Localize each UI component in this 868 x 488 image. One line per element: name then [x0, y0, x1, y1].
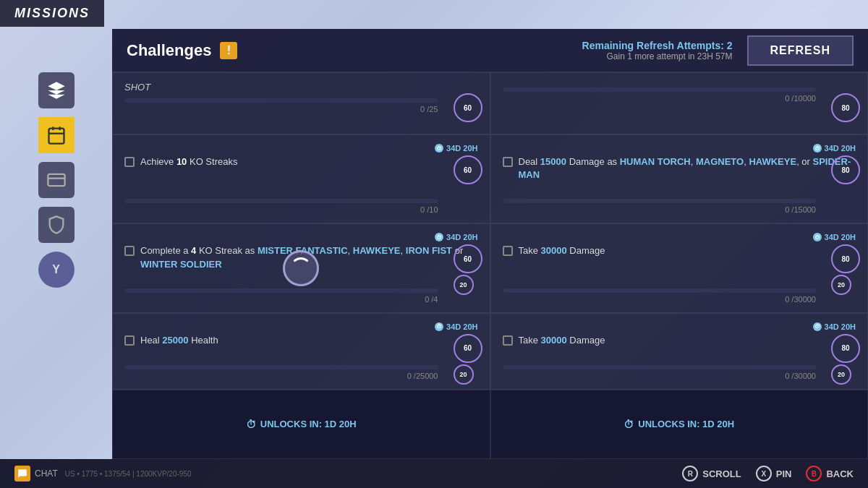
- challenge-cell-deal-damage: ⏱ 34D 20H Deal 15000 Damage as HUMAN TOR…: [490, 134, 869, 223]
- progress-section: 0 /10: [124, 199, 478, 214]
- reward-icon-secondary: 20: [831, 275, 851, 295]
- reward-icons: 60 20: [454, 244, 482, 295]
- challenge-text: Heal 25000 Health: [140, 334, 478, 347]
- hero-highlight: HAWKEYE: [749, 156, 796, 167]
- reward-value-secondary: 20: [459, 371, 467, 378]
- reward-icon-primary: 80: [831, 244, 860, 273]
- challenge-row: Take 30000 Damage: [503, 244, 856, 282]
- progress-bar-bg: [124, 365, 438, 369]
- spinner-inner: [290, 257, 312, 279]
- number-highlight: 30000: [541, 335, 567, 346]
- challenges-grid: SHOT 60 0 /25 80: [112, 72, 868, 459]
- reward-icons: 80: [831, 155, 860, 184]
- page-title: MISSIONS: [14, 6, 90, 20]
- reward-icons-top-left: 60: [454, 93, 482, 122]
- reward-value-secondary: 20: [838, 371, 845, 378]
- timer-text: 34D 20H: [825, 233, 856, 241]
- reward-icon-primary: 80: [831, 155, 860, 184]
- sidebar-item-cube[interactable]: [38, 72, 75, 108]
- challenge-cell-heal: ⏱ 34D 20H Heal 25000 Health 60 20: [112, 313, 490, 390]
- challenge-row: Achieve 10 KO Streaks: [124, 155, 478, 193]
- chat-icon: [14, 466, 30, 481]
- unlock-icon: ⏱: [624, 419, 634, 430]
- unlock-cell-right: ⏱ UNLOCKS IN: 1D 20H: [490, 390, 869, 459]
- calendar-icon: [46, 125, 67, 145]
- reward-icons: 60: [454, 155, 482, 184]
- top-partial-text: SHOT: [124, 82, 478, 93]
- progress-bar-bg: [503, 199, 817, 203]
- reward-icons: 80 20: [831, 244, 860, 295]
- progress-text: 0 /10000: [503, 94, 817, 103]
- pin-label: PIN: [776, 468, 792, 479]
- refresh-button[interactable]: REFRESH: [747, 35, 854, 66]
- reward-icon-secondary: 20: [454, 275, 474, 295]
- progress-section: 0 /10000: [503, 87, 856, 103]
- progress-section: 0 /4: [124, 288, 478, 304]
- challenge-cell-take-damage-1: ⏱ 34D 20H Take 30000 Damage 80 20: [490, 223, 869, 312]
- back-label: BACK: [826, 468, 854, 479]
- refresh-timer: Gain 1 more attempt in 23H 57M: [582, 51, 733, 61]
- back-btn-label: B: [812, 470, 817, 478]
- reward-icon-primary: 60: [454, 93, 482, 122]
- challenges-title: Challenges: [127, 41, 211, 60]
- challenge-checkbox: [124, 246, 135, 256]
- progress-text: 0 /25000: [124, 372, 438, 380]
- reward-value: 60: [464, 104, 472, 112]
- challenge-row: Heal 25000 Health: [124, 334, 478, 359]
- progress-text: 0 /10: [124, 205, 438, 214]
- challenge-checkbox: [124, 335, 135, 346]
- challenge-cell-achieve-ko: ⏱ 34D 20H Achieve 10 KO Streaks 60 0 /10: [112, 134, 490, 223]
- pin-btn-label: X: [761, 470, 766, 478]
- pin-button: X: [756, 466, 772, 481]
- reward-icon-secondary: 20: [454, 364, 474, 385]
- chat-section[interactable]: CHAT: [14, 466, 58, 481]
- timer-text: 34D 20H: [446, 144, 477, 153]
- timer-icon: ⏱: [435, 233, 443, 241]
- progress-bar-bg: [503, 288, 817, 293]
- challenges-header: Challenges ! Remaining Refresh Attempts:…: [112, 29, 868, 72]
- exclamation-badge: !: [220, 42, 237, 59]
- progress-section: 0 /30000: [503, 288, 856, 304]
- bottom-bar: CHAT US • 1775 • 1375/54 | 1200KVP/20-95…: [0, 459, 868, 488]
- challenge-checkbox: [503, 335, 513, 346]
- scroll-button: R: [682, 466, 698, 481]
- back-action[interactable]: B BACK: [806, 466, 854, 481]
- timer-icon: ⏱: [813, 144, 822, 153]
- sidebar: Y: [0, 0, 112, 488]
- challenge-row: Take 30000 Damage: [503, 334, 856, 359]
- challenge-text: Achieve 10 KO Streaks: [140, 155, 478, 168]
- sidebar-item-calendar[interactable]: [38, 117, 75, 153]
- shield-icon: [46, 215, 67, 235]
- progress-text: 0 /30000: [503, 295, 817, 304]
- reward-value: 60: [464, 344, 472, 352]
- svg-rect-4: [48, 174, 64, 186]
- cell-timer: ⏱ 34D 20H: [503, 233, 856, 241]
- reward-value: 80: [841, 104, 849, 112]
- reward-value: 80: [841, 166, 849, 174]
- progress-bar-bg: [503, 365, 817, 369]
- timer-icon: ⏱: [813, 322, 822, 331]
- challenge-cell-ko-streak: ⏱ 34D 20H Complete a 4 KO Streak as MIST…: [112, 223, 490, 312]
- progress-bar-bg: [124, 288, 438, 293]
- sidebar-item-y[interactable]: Y: [38, 252, 75, 288]
- progress-text: 0 /25: [124, 105, 438, 114]
- status-text: US • 1775 • 1375/54 | 1200KVP/20-950: [65, 470, 192, 478]
- unlock-icon: ⏱: [246, 419, 256, 430]
- svg-rect-0: [48, 129, 64, 144]
- hero-highlight: HUMAN TORCH: [620, 156, 691, 167]
- reward-value-secondary: 20: [838, 281, 845, 288]
- number-highlight: 15000: [540, 156, 566, 167]
- sidebar-item-shield[interactable]: [38, 207, 75, 243]
- unlock-text: ⏱ UNLOCKS IN: 1D 20H: [624, 419, 734, 430]
- reward-icon-primary: 80: [831, 93, 860, 122]
- sidebar-item-card[interactable]: [38, 162, 75, 198]
- timer-text: 34D 20H: [446, 322, 477, 331]
- cell-timer: ⏱ 34D 20H: [124, 233, 478, 241]
- bottom-right: R SCROLL X PIN B BACK: [682, 466, 854, 481]
- reward-value: 80: [841, 255, 849, 263]
- hero-highlight: HAWKEYE: [353, 245, 401, 256]
- reward-value: 60: [464, 166, 472, 174]
- progress-bar-bg: [124, 98, 438, 103]
- back-button[interactable]: B: [806, 466, 822, 481]
- number-highlight: 10: [176, 156, 187, 167]
